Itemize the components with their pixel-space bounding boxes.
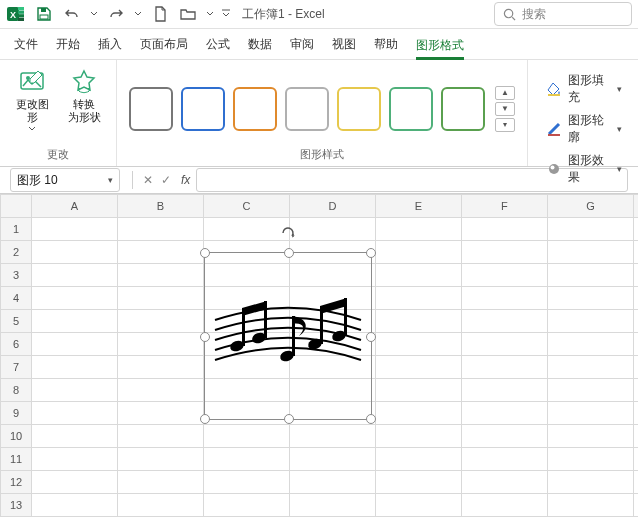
cell[interactable] (118, 356, 204, 379)
row-header[interactable]: 10 (1, 425, 32, 448)
cell[interactable] (547, 218, 633, 241)
row-header[interactable]: 11 (1, 448, 32, 471)
graphic-effects-button[interactable]: 图形效果 ▾ (542, 150, 626, 188)
col-header[interactable]: C (204, 195, 290, 218)
cell[interactable] (118, 287, 204, 310)
cell[interactable] (118, 241, 204, 264)
row-header[interactable]: 9 (1, 402, 32, 425)
cell[interactable] (118, 379, 204, 402)
resize-handle-ne[interactable] (366, 248, 376, 258)
cell[interactable] (118, 425, 204, 448)
cell[interactable] (375, 310, 461, 333)
row-header[interactable]: 1 (1, 218, 32, 241)
tab-file[interactable]: 文件 (14, 30, 38, 59)
cell[interactable] (633, 333, 638, 356)
cell[interactable] (32, 241, 118, 264)
row-header[interactable]: 8 (1, 379, 32, 402)
row-header[interactable]: 6 (1, 333, 32, 356)
change-graphic-button[interactable]: 更改图 形 (8, 64, 56, 145)
tab-layout[interactable]: 页面布局 (140, 30, 188, 59)
cell[interactable] (461, 379, 547, 402)
cell[interactable] (375, 471, 461, 494)
open-dropdown-icon[interactable] (204, 2, 216, 26)
style-outline-blue[interactable] (181, 87, 225, 131)
cell[interactable] (633, 356, 638, 379)
cell[interactable] (633, 218, 638, 241)
style-outline-green[interactable] (441, 87, 485, 131)
cell[interactable] (32, 425, 118, 448)
cell[interactable] (375, 287, 461, 310)
cell[interactable] (461, 218, 547, 241)
cell[interactable] (461, 241, 547, 264)
cell[interactable] (375, 241, 461, 264)
cell[interactable] (633, 310, 638, 333)
cell[interactable] (375, 402, 461, 425)
cell[interactable] (547, 241, 633, 264)
style-outline-orange[interactable] (233, 87, 277, 131)
cell[interactable] (32, 218, 118, 241)
row-header[interactable]: 5 (1, 310, 32, 333)
cell[interactable] (633, 402, 638, 425)
cell[interactable] (461, 264, 547, 287)
style-scroll-up[interactable]: ▲ (495, 86, 515, 100)
cancel-icon[interactable]: ✕ (139, 173, 157, 187)
rotate-handle[interactable] (280, 225, 296, 241)
cell[interactable] (32, 310, 118, 333)
cell[interactable] (290, 218, 376, 241)
style-outline-gray[interactable] (285, 87, 329, 131)
resize-handle-se[interactable] (366, 414, 376, 424)
tab-formulas[interactable]: 公式 (206, 30, 230, 59)
cell[interactable] (118, 333, 204, 356)
row-header[interactable]: 2 (1, 241, 32, 264)
cell[interactable] (461, 402, 547, 425)
cell[interactable] (461, 310, 547, 333)
fx-icon[interactable]: fx (181, 173, 190, 187)
cell[interactable] (290, 471, 376, 494)
row-header[interactable]: 12 (1, 471, 32, 494)
style-scroll-down[interactable]: ▼ (495, 102, 515, 116)
tab-data[interactable]: 数据 (248, 30, 272, 59)
new-doc-icon[interactable] (148, 2, 172, 26)
cell[interactable] (32, 333, 118, 356)
cell[interactable] (633, 494, 638, 517)
cell[interactable] (547, 356, 633, 379)
cell[interactable] (547, 310, 633, 333)
cell[interactable] (118, 310, 204, 333)
cell[interactable] (290, 425, 376, 448)
open-folder-icon[interactable] (176, 2, 200, 26)
cell[interactable] (375, 218, 461, 241)
cell[interactable] (118, 402, 204, 425)
col-header[interactable]: H (633, 195, 638, 218)
name-box[interactable]: 图形 10 ▾ (10, 168, 120, 192)
cell[interactable] (633, 425, 638, 448)
resize-handle-w[interactable] (200, 332, 210, 342)
cell[interactable] (375, 264, 461, 287)
tab-view[interactable]: 视图 (332, 30, 356, 59)
undo-dropdown-icon[interactable] (88, 2, 100, 26)
row-header[interactable]: 3 (1, 264, 32, 287)
col-header[interactable]: G (547, 195, 633, 218)
cell[interactable] (633, 379, 638, 402)
cell[interactable] (547, 333, 633, 356)
col-header[interactable]: D (290, 195, 376, 218)
cell[interactable] (461, 356, 547, 379)
cell[interactable] (32, 264, 118, 287)
cell[interactable] (32, 356, 118, 379)
qat-dropdown-icon[interactable] (220, 2, 232, 26)
row-header[interactable]: 4 (1, 287, 32, 310)
cell[interactable] (375, 448, 461, 471)
cell[interactable] (375, 379, 461, 402)
cell[interactable] (547, 264, 633, 287)
music-icon[interactable] (213, 298, 363, 381)
cell[interactable] (375, 425, 461, 448)
cell[interactable] (32, 471, 118, 494)
cell[interactable] (547, 494, 633, 517)
redo-icon[interactable] (104, 2, 128, 26)
cell[interactable] (633, 264, 638, 287)
cell[interactable] (204, 425, 290, 448)
cell[interactable] (32, 379, 118, 402)
tab-home[interactable]: 开始 (56, 30, 80, 59)
cell[interactable] (461, 448, 547, 471)
tab-review[interactable]: 审阅 (290, 30, 314, 59)
resize-handle-n[interactable] (284, 248, 294, 258)
